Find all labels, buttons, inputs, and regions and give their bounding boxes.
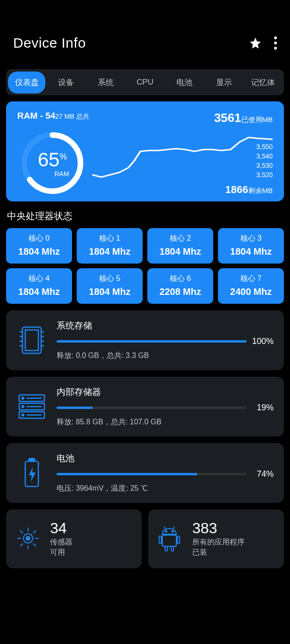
chip-icon xyxy=(15,324,48,357)
svg-line-30 xyxy=(33,544,36,546)
system-storage-sub: 释放: 0.0 GB，总共: 3.3 GB xyxy=(57,351,274,361)
cpu-core-2[interactable]: 核心 21804 Mhz xyxy=(147,228,213,264)
internal-storage-bar xyxy=(57,407,246,409)
tab-bar: 仪表盘 设备 系统 CPU 电池 显示 记忆体 xyxy=(6,69,284,95)
cpu-core-0[interactable]: 核心 01804 Mhz xyxy=(6,228,72,264)
svg-line-31 xyxy=(33,530,36,533)
svg-line-29 xyxy=(20,530,23,533)
svg-rect-22 xyxy=(29,458,35,461)
tab-cpu[interactable]: CPU xyxy=(126,72,164,93)
app-header: Device Info xyxy=(0,27,290,59)
battery-bar xyxy=(57,473,246,475)
svg-line-32 xyxy=(20,544,23,546)
svg-point-33 xyxy=(165,530,167,532)
svg-rect-40 xyxy=(165,546,167,551)
tab-memory[interactable]: 记忆体 xyxy=(245,72,282,93)
ram-chart-ticks: 3,550 3,540 3,530 3,520 xyxy=(256,143,273,179)
tab-battery[interactable]: 电池 xyxy=(166,72,203,93)
svg-point-19 xyxy=(22,414,24,416)
battery-percent: 74% xyxy=(251,469,274,479)
svg-point-16 xyxy=(22,406,24,408)
cpu-core-6[interactable]: 核心 62208 Mhz xyxy=(147,268,213,304)
cpu-core-1[interactable]: 核心 11804 Mhz xyxy=(77,228,143,264)
internal-storage-card[interactable]: 内部存储器 19% 释放: 85.8 GB，总共: 107.0 GB xyxy=(6,377,284,436)
cpu-core-5[interactable]: 核心 51804 Mhz xyxy=(77,268,143,304)
svg-rect-38 xyxy=(159,536,161,544)
svg-point-13 xyxy=(22,397,24,399)
svg-point-24 xyxy=(26,537,30,540)
ram-used-label: 3561已使用MB xyxy=(214,111,273,125)
ram-card[interactable]: RAM - 5427 MB 总共 3561已使用MB 65% RAM xyxy=(6,101,284,201)
ram-free-label: 1866剩余MB xyxy=(225,184,273,196)
cpu-core-grid: 核心 01804 Mhz 核心 11804 Mhz 核心 21804 Mhz 核… xyxy=(6,228,284,304)
cpu-core-3[interactable]: 核心 31804 Mhz xyxy=(218,228,284,264)
internal-storage-sub: 释放: 85.8 GB，总共: 107.0 GB xyxy=(57,417,274,427)
tab-system[interactable]: 系统 xyxy=(87,72,124,93)
battery-card[interactable]: 电池 74% 电压: 3964mV，温度: 25 ℃ xyxy=(6,443,284,503)
menu-icon[interactable] xyxy=(274,36,277,50)
ram-gauge: 65% RAM xyxy=(17,128,87,200)
tab-device[interactable]: 设备 xyxy=(47,72,85,93)
system-storage-card[interactable]: 系统存储 100% 释放: 0.0 GB，总共: 3.3 GB xyxy=(6,310,284,370)
apps-label: 所有的应用程序已装 xyxy=(192,537,245,558)
battery-title: 电池 xyxy=(57,452,274,465)
svg-rect-37 xyxy=(162,535,176,546)
server-icon xyxy=(15,390,48,423)
apps-card[interactable]: 383 所有的应用程序已装 xyxy=(148,509,284,568)
sensors-count: 34 xyxy=(50,520,72,537)
svg-rect-3 xyxy=(25,330,38,351)
cpu-core-7[interactable]: 核心 72400 Mhz xyxy=(218,268,284,304)
apps-count: 383 xyxy=(192,520,245,537)
system-storage-bar xyxy=(57,340,246,343)
svg-line-35 xyxy=(164,527,166,529)
sensors-label: 传感器可用 xyxy=(50,537,72,558)
battery-icon xyxy=(15,457,48,489)
sensors-card[interactable]: 34 传感器可用 xyxy=(6,509,142,568)
system-storage-title: 系统存储 xyxy=(57,320,274,332)
svg-line-36 xyxy=(173,527,174,529)
android-icon xyxy=(157,525,185,553)
svg-rect-39 xyxy=(177,536,180,544)
svg-rect-41 xyxy=(171,546,174,551)
system-storage-percent: 100% xyxy=(251,336,274,346)
battery-sub: 电压: 3964mV，温度: 25 ℃ xyxy=(57,484,274,494)
svg-point-34 xyxy=(172,530,173,532)
cpu-core-4[interactable]: 核心 41804 Mhz xyxy=(6,268,72,304)
star-icon[interactable] xyxy=(249,36,262,50)
ram-total-label: RAM - 5427 MB 总共 xyxy=(17,111,89,121)
cpu-section-title: 中央处理器状态 xyxy=(7,210,284,222)
sensor-icon xyxy=(14,525,43,553)
tab-dashboard[interactable]: 仪表盘 xyxy=(8,72,45,93)
internal-storage-title: 内部存储器 xyxy=(57,386,274,398)
internal-storage-percent: 19% xyxy=(251,403,274,413)
tab-display[interactable]: 显示 xyxy=(205,72,242,93)
app-title: Device Info xyxy=(13,35,249,51)
